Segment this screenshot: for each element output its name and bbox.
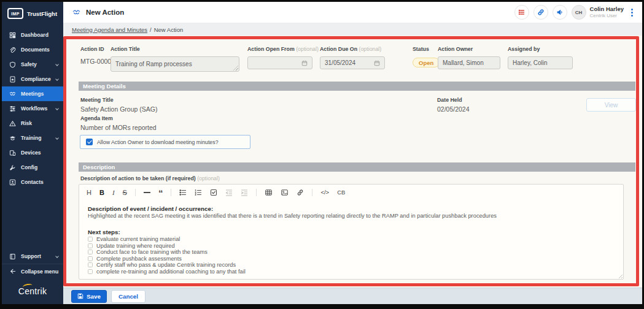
sidebar-item-label: Compliance bbox=[21, 76, 51, 82]
editor-content[interactable]: Description of event / incident / occurr… bbox=[79, 199, 623, 275]
action-owner-input[interactable]: Mallard, Simon bbox=[438, 56, 500, 69]
action-title-label: Action Title bbox=[111, 46, 239, 52]
image-button[interactable] bbox=[281, 189, 289, 196]
sidebar-item-label: Risk bbox=[21, 120, 32, 126]
bullet-list-button[interactable] bbox=[179, 189, 187, 196]
task-list-item: Complete pushback assessments bbox=[88, 256, 615, 262]
brand-logo[interactable]: IMP TrustFlight bbox=[2, 2, 63, 25]
wrench-icon bbox=[9, 164, 16, 171]
editor-toolbar: H B I S “ bbox=[79, 185, 623, 199]
sidebar-item-compliance[interactable]: Compliance bbox=[2, 72, 63, 86]
sidebar-item-safety[interactable]: Safety bbox=[2, 57, 63, 72]
code-block-button[interactable]: CB bbox=[337, 189, 345, 196]
ordered-list-button[interactable] bbox=[195, 189, 202, 196]
editor-heading-1: Description of event / incident / occurr… bbox=[88, 205, 615, 212]
toolbar-divider bbox=[256, 189, 257, 196]
sidebar-item-training[interactable]: Training bbox=[2, 131, 63, 145]
save-floppy-icon bbox=[77, 293, 83, 299]
brand-name: TrustFlight bbox=[27, 10, 57, 17]
task-checkbox[interactable] bbox=[88, 250, 93, 254]
arrow-left-icon bbox=[9, 268, 16, 275]
italic-button[interactable]: I bbox=[112, 189, 115, 196]
description-field-label: Description of action to be taken (if re… bbox=[80, 175, 220, 181]
chevron-down-icon bbox=[55, 63, 59, 66]
sidebar-item-contacts[interactable]: Contacts bbox=[2, 175, 63, 189]
task-checkbox[interactable] bbox=[88, 237, 93, 242]
top-header: New Action CH Colin Harley Centrik User bbox=[63, 2, 642, 23]
megaphone-button[interactable] bbox=[553, 5, 567, 20]
action-title-field: Action Title Training of Ramp processes bbox=[111, 46, 239, 72]
document-star-icon bbox=[9, 76, 16, 83]
breadcrumb-link[interactable]: Meeting Agenda and Minutes bbox=[72, 26, 147, 33]
strikethrough-button[interactable]: S bbox=[123, 189, 127, 196]
date-held-field: Date Held 02/05/2024 bbox=[437, 97, 470, 113]
imp-logo-badge: IMP bbox=[7, 8, 23, 19]
sidebar-spacer bbox=[2, 189, 63, 249]
horizontal-rule-button[interactable] bbox=[144, 192, 150, 193]
main-area: New Action CH Colin Harley Centrik User bbox=[63, 2, 642, 304]
sidebar-item-dashboard[interactable]: Dashboard bbox=[2, 28, 63, 42]
code-button[interactable]: </> bbox=[320, 189, 329, 196]
sidebar-item-config[interactable]: Config bbox=[2, 160, 63, 175]
indent-button[interactable] bbox=[241, 189, 248, 196]
user-name: Colin Harley bbox=[590, 6, 624, 13]
sidebar-item-risk[interactable]: Risk bbox=[2, 116, 63, 131]
link-button[interactable] bbox=[533, 5, 548, 20]
task-checkbox[interactable] bbox=[88, 243, 93, 248]
rich-text-editor[interactable]: H B I S “ bbox=[79, 184, 624, 280]
editor-heading-2: Next steps: bbox=[88, 229, 615, 235]
sidebar-item-label: Documents bbox=[21, 47, 50, 53]
chevron-down-icon bbox=[55, 136, 59, 140]
workflow-icon bbox=[9, 105, 16, 112]
table-button[interactable] bbox=[265, 189, 273, 196]
download-minutes-checkbox-row[interactable]: Allow Action Owner to download meeting m… bbox=[80, 135, 250, 149]
user-menu[interactable]: CH Colin Harley Centrik User bbox=[572, 5, 624, 20]
sidebar-item-devices[interactable]: Devices bbox=[2, 145, 63, 160]
toolbar-divider bbox=[135, 189, 136, 196]
meeting-title-label: Meeting Title bbox=[80, 97, 157, 103]
blockquote-button[interactable]: “ bbox=[158, 189, 163, 196]
action-title-input[interactable]: Training of Ramp processes bbox=[111, 56, 239, 72]
cancel-button[interactable]: Cancel bbox=[111, 290, 145, 303]
kebab-menu-button[interactable] bbox=[628, 7, 636, 18]
handshake-icon bbox=[72, 9, 81, 17]
chevron-down-icon bbox=[55, 107, 59, 110]
task-list-item: complete re-training and additional coac… bbox=[88, 269, 615, 275]
task-checkbox[interactable] bbox=[88, 269, 93, 274]
task-checkbox[interactable] bbox=[88, 262, 93, 267]
checkbox-checked-icon[interactable] bbox=[86, 139, 93, 145]
task-list-button[interactable] bbox=[210, 189, 217, 196]
assigned-by-input[interactable]: Harley, Colin bbox=[508, 56, 573, 69]
sidebar-item-meetings[interactable]: Meetings bbox=[2, 86, 63, 101]
sidebar-item-label: Dashboard bbox=[21, 32, 48, 38]
chevron-down-icon bbox=[55, 77, 59, 81]
calendar-icon bbox=[374, 60, 380, 66]
action-fields-row: Action ID MTG-000005 Action Title Traini… bbox=[80, 46, 636, 80]
collapse-menu-button[interactable]: Collapse menu bbox=[2, 264, 63, 278]
form-footer: Save Cancel bbox=[63, 288, 642, 304]
sidebar-item-workflows[interactable]: Workflows bbox=[2, 101, 63, 116]
outdent-button[interactable] bbox=[225, 189, 233, 196]
save-button[interactable]: Save bbox=[71, 290, 107, 303]
description-section-header: Description bbox=[79, 162, 635, 172]
report-list-button[interactable] bbox=[514, 5, 529, 20]
download-minutes-label: Allow Action Owner to download meeting m… bbox=[97, 139, 219, 145]
agenda-item-field: Agenda Item Number of MORs reported bbox=[80, 115, 157, 131]
bold-button[interactable]: B bbox=[99, 189, 104, 196]
heading-button[interactable]: H bbox=[87, 189, 91, 196]
sidebar-nav: Dashboard Documents Safety Complian bbox=[2, 28, 63, 189]
action-due-on-label: Action Due On (optional) bbox=[320, 46, 385, 52]
action-open-from-input[interactable] bbox=[247, 56, 312, 69]
task-checkbox[interactable] bbox=[88, 256, 93, 261]
sidebar-item-label: Support bbox=[21, 253, 41, 259]
action-due-on-field: Action Due On (optional) 31/05/2024 bbox=[320, 46, 385, 69]
sidebar-item-support[interactable]: Support bbox=[2, 249, 63, 264]
view-button[interactable]: View bbox=[586, 98, 636, 112]
link-insert-button[interactable] bbox=[297, 189, 304, 196]
sidebar-item-documents[interactable]: Documents bbox=[2, 42, 63, 57]
help-book-icon bbox=[9, 253, 16, 260]
action-due-on-input[interactable]: 31/05/2024 bbox=[320, 56, 385, 69]
meeting-title-field: Meeting Title Safety Action Group (SAG) bbox=[80, 97, 157, 113]
toolbar-divider bbox=[171, 189, 171, 196]
graduation-cap-icon bbox=[9, 135, 16, 142]
